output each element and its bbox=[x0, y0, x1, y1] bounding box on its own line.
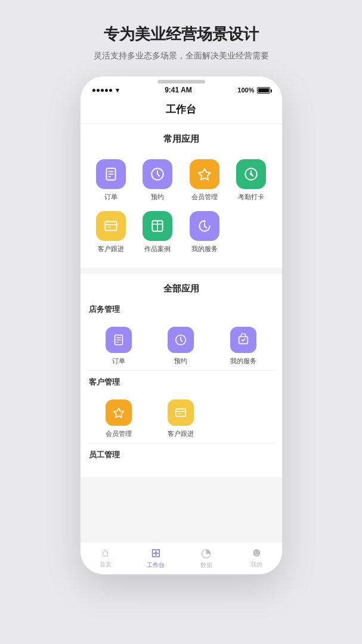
bottom-nav: ⌂ 首页 ⊞ 工作台 ◔ 数据 ☻ 我的 bbox=[81, 541, 282, 574]
phone-frame: ▾ 9:41 AM 100% 工作台 常用应用 订单 bbox=[80, 76, 283, 575]
all-app-appointment[interactable]: 预约 bbox=[150, 322, 212, 370]
nav-data-label: 数据 bbox=[200, 561, 212, 569]
all-app-member-label: 会员管理 bbox=[106, 429, 132, 438]
app-customer[interactable]: 客户跟进 bbox=[88, 206, 135, 258]
app-member[interactable]: 会员管理 bbox=[181, 154, 228, 206]
shop-mgmt-group: 店务管理 订单 预约 bbox=[88, 304, 275, 370]
home-icon: ⌂ bbox=[102, 546, 109, 559]
status-bar: ▾ 9:41 AM 100% bbox=[81, 83, 282, 97]
all-app-member[interactable]: 会员管理 bbox=[88, 395, 150, 443]
app-portfolio[interactable]: 作品案例 bbox=[134, 206, 181, 258]
svg-point-14 bbox=[203, 221, 205, 222]
app-attendance[interactable]: 考勤打卡 bbox=[228, 154, 275, 206]
divider-1 bbox=[88, 370, 275, 371]
app-appointment-label: 预约 bbox=[151, 193, 164, 202]
signal-area: ▾ bbox=[92, 86, 119, 94]
app-member-label: 会员管理 bbox=[191, 193, 218, 202]
nav-workbench[interactable]: ⊞ 工作台 bbox=[140, 546, 172, 569]
phone-notch bbox=[157, 80, 205, 83]
app-order[interactable]: 订单 bbox=[88, 154, 135, 206]
all-app-order[interactable]: 订单 bbox=[88, 322, 150, 370]
svg-marker-5 bbox=[199, 169, 211, 179]
customer-mgmt-group: 客户管理 会员管理 客户跟进 bbox=[88, 377, 275, 443]
phone-notch-area bbox=[81, 76, 282, 83]
all-app-myservice[interactable]: 我的服务 bbox=[212, 322, 275, 370]
page-subtitle: 灵活支持多业态多场景，全面解决美业经营需要 bbox=[94, 51, 269, 61]
app-attendance-label: 考勤打卡 bbox=[238, 193, 264, 202]
common-section-title: 常用应用 bbox=[88, 134, 275, 145]
nav-home[interactable]: ⌂ 首页 bbox=[89, 546, 122, 569]
app-portfolio-label: 作品案例 bbox=[144, 244, 171, 253]
svg-rect-22 bbox=[176, 409, 186, 417]
battery-area: 100% bbox=[237, 86, 270, 94]
status-time: 9:41 AM bbox=[165, 86, 192, 94]
nav-mine-label: 我的 bbox=[250, 561, 262, 569]
customer-mgmt-title: 客户管理 bbox=[88, 377, 275, 388]
svg-rect-8 bbox=[105, 221, 117, 230]
common-apps-grid: 订单 预约 会员管理 bbox=[88, 154, 275, 258]
staff-mgmt-group: 员工管理 bbox=[88, 450, 275, 460]
all-section-title: 全部应用 bbox=[88, 283, 275, 295]
nav-workbench-label: 工作台 bbox=[147, 561, 165, 569]
all-app-customer[interactable]: 客户跟进 bbox=[150, 395, 212, 443]
svg-point-7 bbox=[250, 173, 252, 175]
app-customer-label: 客户跟进 bbox=[98, 244, 124, 253]
wifi-icon: ▾ bbox=[116, 86, 119, 94]
all-app-appointment-label: 预约 bbox=[174, 357, 187, 366]
nav-data[interactable]: ◔ 数据 bbox=[190, 546, 222, 569]
shop-mgmt-title: 店务管理 bbox=[88, 304, 275, 315]
page-title: 专为美业经营场景设计 bbox=[94, 24, 269, 45]
staff-mgmt-title: 员工管理 bbox=[88, 450, 275, 460]
all-app-customer-label: 客户跟进 bbox=[168, 429, 194, 438]
battery-percent: 100% bbox=[237, 86, 254, 94]
app-service-label: 我的服务 bbox=[191, 244, 218, 253]
nav-mine[interactable]: ☻ 我的 bbox=[240, 546, 273, 569]
app-header: 工作台 bbox=[81, 97, 282, 124]
app-order-label: 订单 bbox=[104, 193, 117, 202]
phone-screen: 常用应用 订单 预约 bbox=[81, 124, 282, 541]
grid-icon: ⊞ bbox=[151, 546, 161, 560]
all-app-myservice-label: 我的服务 bbox=[230, 357, 256, 366]
app-service[interactable]: 我的服务 bbox=[181, 206, 228, 258]
svg-marker-21 bbox=[114, 408, 124, 418]
user-icon: ☻ bbox=[250, 546, 263, 559]
app-appointment[interactable]: 预约 bbox=[134, 154, 181, 206]
chart-icon: ◔ bbox=[201, 546, 211, 560]
page-header: 专为美业经营场景设计 灵活支持多业态多场景，全面解决美业经营需要 bbox=[70, 24, 293, 61]
app-placeholder bbox=[228, 206, 275, 258]
divider-2 bbox=[88, 443, 275, 444]
nav-home-label: 首页 bbox=[100, 561, 112, 569]
all-app-order-label: 订单 bbox=[112, 357, 125, 366]
all-section: 全部应用 店务管理 订单 预约 bbox=[81, 274, 282, 477]
common-section: 常用应用 订单 预约 bbox=[81, 124, 282, 268]
